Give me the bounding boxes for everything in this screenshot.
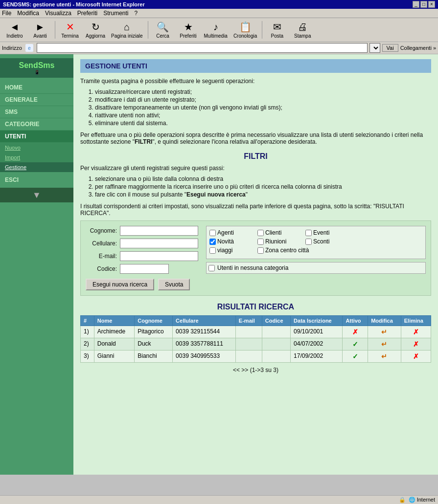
search-button[interactable]: Esegui nuova ricerca bbox=[86, 279, 154, 290]
cellulare-input[interactable] bbox=[120, 239, 198, 248]
checkbox-row-2: Novità Riunioni Sconti bbox=[209, 238, 422, 245]
cell-elimina[interactable]: ✗ bbox=[401, 326, 431, 338]
sidebar-sub-nuovo[interactable]: Nuovo bbox=[0, 143, 73, 153]
filter-right-column: Agenti Clienti Eventi bbox=[206, 226, 426, 290]
minimize-button[interactable]: _ bbox=[413, 1, 419, 8]
search-label: Cerca bbox=[156, 33, 169, 39]
maximize-button[interactable]: □ bbox=[420, 1, 427, 8]
sidebar-sub-import[interactable]: Import bbox=[0, 153, 73, 162]
cognome-input[interactable] bbox=[120, 226, 198, 236]
menu-preferiti[interactable]: Preferiti bbox=[77, 10, 97, 17]
none-category-label: Utenti in nessuna categoria bbox=[217, 264, 288, 271]
toolbar-home[interactable]: ⌂ Pagina iniziale bbox=[109, 21, 145, 40]
sidebar-item-esci[interactable]: ESCI bbox=[0, 174, 73, 186]
col-elimina: Elimina bbox=[401, 316, 431, 326]
sidebar-footer-icon: ▼ bbox=[32, 190, 41, 200]
cell-elimina[interactable]: ✗ bbox=[401, 338, 431, 351]
stop-label: Termina bbox=[61, 33, 79, 39]
browser-window-controls[interactable]: _ □ × bbox=[413, 1, 435, 8]
novita-checkbox[interactable] bbox=[209, 239, 216, 245]
cell-cellulare: 0039 329115544 bbox=[173, 326, 236, 338]
agenti-checkbox[interactable] bbox=[209, 230, 216, 236]
cell-nome: Archimede bbox=[94, 326, 135, 338]
cell-cognome: Pitagorico bbox=[135, 326, 173, 338]
agenti-label: Agenti bbox=[217, 229, 234, 236]
address-input[interactable] bbox=[37, 43, 368, 53]
checkbox-novita: Novità bbox=[209, 238, 254, 245]
zona-checkbox[interactable] bbox=[257, 247, 264, 254]
cell-modifica[interactable]: ↵ bbox=[368, 338, 401, 351]
zona-label: Zona centro città bbox=[265, 247, 309, 254]
mail-icon: ✉ bbox=[273, 21, 281, 33]
col-num: # bbox=[81, 316, 94, 326]
cell-num: 1) bbox=[81, 326, 94, 338]
toolbar-media[interactable]: ♪ Multimedia bbox=[202, 21, 230, 40]
checkbox-row-1: Agenti Clienti Eventi bbox=[209, 229, 422, 236]
toolbar-refresh[interactable]: ↻ Aggiorna bbox=[84, 20, 107, 40]
sidebar-item-sms[interactable]: SMS bbox=[0, 106, 73, 118]
toolbar-print[interactable]: 🖨 Stampa bbox=[291, 21, 314, 40]
sconti-checkbox[interactable] bbox=[305, 239, 312, 245]
toolbar-favorites[interactable]: ★ Preferiti bbox=[177, 20, 200, 40]
clienti-checkbox[interactable] bbox=[257, 230, 264, 236]
filter-step-1: selezionare una o più liste dalla colonn… bbox=[95, 175, 431, 182]
table-header-row: # Nome Cognome Cellulare E-mail Codice D… bbox=[81, 316, 431, 326]
filter-steps-intro: Per visualizzare gli utenti registrati s… bbox=[80, 165, 431, 172]
go-button[interactable]: Vai bbox=[382, 44, 398, 52]
links-label[interactable]: Collegamenti » bbox=[400, 45, 436, 51]
results-title: RISULTATI RICERCA bbox=[80, 303, 431, 311]
menu-file[interactable]: File bbox=[2, 10, 11, 17]
operation-4: riattivare utenti non attivi; bbox=[95, 112, 431, 119]
toolbar-history[interactable]: 📋 Cronologia bbox=[231, 20, 259, 40]
address-dropdown[interactable] bbox=[369, 43, 380, 53]
col-nome: Nome bbox=[94, 316, 135, 326]
viaggi-checkbox[interactable] bbox=[209, 247, 216, 254]
toolbar-mail[interactable]: ✉ Posta bbox=[265, 20, 289, 40]
cell-num: 3) bbox=[81, 351, 94, 363]
operation-1: visualizzare/ricercare utenti registrati… bbox=[95, 88, 431, 95]
address-icon: e bbox=[25, 44, 34, 52]
toolbar-back[interactable]: ◄ Indietro bbox=[3, 21, 26, 40]
cellulare-label: Cellulare: bbox=[86, 240, 120, 247]
page-title: GESTIONE UTENTI bbox=[80, 59, 431, 73]
cognome-label: Cognome: bbox=[86, 227, 120, 234]
col-email: E-mail bbox=[235, 316, 262, 326]
toolbar-sep-1 bbox=[55, 21, 55, 39]
cell-codice bbox=[262, 326, 290, 338]
intro-text: Tramite questa pagina è possibile effett… bbox=[80, 78, 431, 85]
none-category-checkbox[interactable] bbox=[208, 265, 215, 271]
cell-modifica[interactable]: ↵ bbox=[368, 326, 401, 338]
favorites-label: Preferiti bbox=[180, 33, 196, 39]
search-icon: 🔍 bbox=[157, 21, 169, 33]
menu-strumenti[interactable]: Strumenti bbox=[103, 10, 128, 17]
riunioni-label: Riunioni bbox=[265, 238, 286, 245]
toolbar-search[interactable]: 🔍 Cerca bbox=[151, 20, 175, 40]
codice-input[interactable] bbox=[120, 264, 169, 274]
toolbar-forward[interactable]: ► Avanti bbox=[28, 21, 52, 40]
cell-elimina[interactable]: ✗ bbox=[401, 351, 431, 363]
clear-button[interactable]: Svuota bbox=[158, 279, 190, 290]
email-input[interactable] bbox=[120, 251, 198, 261]
checkbox-zona: Zona centro città bbox=[257, 247, 336, 254]
clienti-label: Clienti bbox=[265, 229, 281, 236]
menu-help[interactable]: ? bbox=[135, 10, 138, 17]
sidebar-item-home[interactable]: HOME bbox=[0, 82, 73, 94]
menu-modifica[interactable]: Modifica bbox=[17, 10, 39, 17]
cell-modifica[interactable]: ↵ bbox=[368, 351, 401, 363]
toolbar-stop[interactable]: ✕ Termina bbox=[58, 20, 82, 40]
cell-data: 04/07/2002 bbox=[291, 338, 343, 351]
col-attivo: Attivo bbox=[343, 316, 368, 326]
operation-3: disattivare temporaneamente un utente (n… bbox=[95, 104, 431, 111]
cell-nome: Gianni bbox=[94, 351, 135, 363]
riunioni-checkbox[interactable] bbox=[257, 239, 264, 245]
sidebar-sub-gestione[interactable]: Gestione bbox=[0, 162, 73, 172]
refresh-icon: ↻ bbox=[92, 21, 100, 33]
sidebar-item-utenti[interactable]: UTENTI bbox=[0, 131, 73, 143]
cell-email bbox=[235, 326, 262, 338]
eventi-checkbox[interactable] bbox=[305, 230, 312, 236]
sidebar-item-categorie[interactable]: CATEGORIE bbox=[0, 118, 73, 131]
close-button[interactable]: × bbox=[428, 1, 435, 8]
sidebar-item-generale[interactable]: GENERALE bbox=[0, 94, 73, 106]
menu-visualizza[interactable]: Visualizza bbox=[45, 10, 71, 17]
none-category-row: Utenti in nessuna categoria bbox=[206, 262, 426, 274]
